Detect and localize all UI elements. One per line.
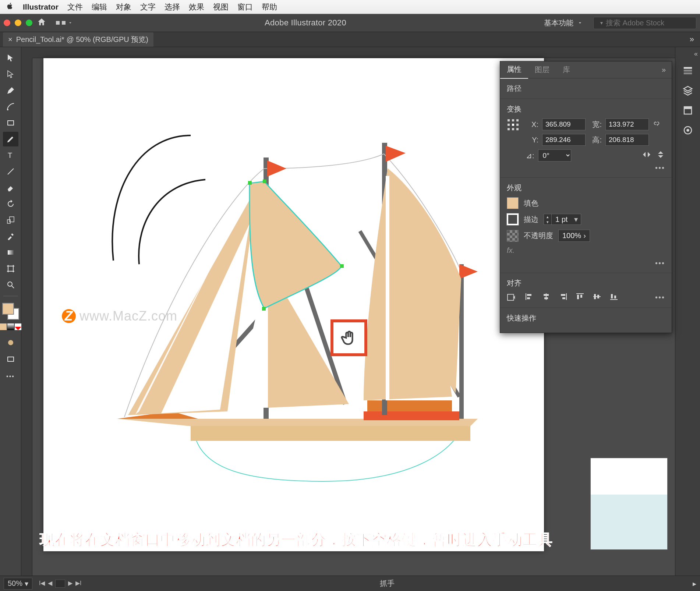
align-to-button[interactable] bbox=[507, 293, 517, 302]
artboard-tool[interactable] bbox=[3, 261, 18, 276]
stroke-label[interactable]: 描边 bbox=[524, 215, 538, 224]
ruler-horizontal[interactable] bbox=[32, 47, 675, 58]
stroke-swatch[interactable] bbox=[507, 213, 519, 225]
layers-panel-icon[interactable] bbox=[682, 85, 693, 98]
last-artboard-button[interactable]: ▶I bbox=[75, 580, 81, 588]
constrain-proportions-button[interactable] bbox=[653, 120, 661, 130]
tab-properties[interactable]: 属性 bbox=[500, 61, 528, 79]
ruler-corner bbox=[21, 47, 32, 58]
color-mode-swatches[interactable] bbox=[0, 323, 21, 330]
stroke-weight-dropdown[interactable]: ▾ bbox=[571, 215, 581, 224]
flip-horizontal-button[interactable] bbox=[642, 151, 651, 160]
scale-tool[interactable] bbox=[3, 213, 18, 227]
apple-icon[interactable] bbox=[6, 2, 14, 12]
stock-search[interactable]: ▾ bbox=[593, 17, 696, 29]
height-input[interactable] bbox=[605, 134, 649, 146]
properties-panel-icon[interactable] bbox=[682, 65, 693, 78]
artboard[interactable]: Zwww.MacZ.com bbox=[43, 58, 544, 551]
svg-rect-7 bbox=[8, 266, 13, 271]
fill-swatch[interactable] bbox=[507, 197, 519, 209]
libraries-panel-icon[interactable] bbox=[682, 105, 693, 117]
direct-selection-tool[interactable] bbox=[3, 67, 18, 82]
opacity-swatch[interactable] bbox=[507, 230, 519, 242]
pen-tool[interactable] bbox=[3, 83, 18, 98]
window-zoom-button[interactable] bbox=[26, 20, 32, 26]
width-input[interactable] bbox=[605, 118, 649, 130]
opacity-label[interactable]: 不透明度 bbox=[524, 231, 553, 241]
align-vcenter-button[interactable] bbox=[592, 293, 602, 302]
pencil-tool[interactable] bbox=[3, 132, 18, 146]
menu-file[interactable]: 文件 bbox=[67, 2, 83, 12]
menu-type[interactable]: 文字 bbox=[140, 2, 156, 12]
menu-view[interactable]: 视图 bbox=[213, 2, 229, 12]
status-dropdown[interactable]: ▸ bbox=[693, 579, 696, 588]
menu-edit[interactable]: 编辑 bbox=[92, 2, 107, 12]
type-tool[interactable]: T bbox=[3, 148, 18, 163]
y-input[interactable] bbox=[542, 134, 586, 146]
selection-tool[interactable] bbox=[3, 51, 18, 66]
prev-artboard-button[interactable]: ◀ bbox=[48, 580, 52, 588]
zoom-level-select[interactable]: 50%▾ bbox=[4, 578, 32, 590]
draw-mode-button[interactable] bbox=[3, 335, 18, 350]
stroke-weight-stepper[interactable]: ▴▾ 1 pt ▾ bbox=[544, 214, 581, 225]
titlebar: Adobe Illustrator 2020 基本功能 ▾ bbox=[0, 14, 700, 32]
document-tab[interactable]: × Pencil_Tool.ai* @ 50% (RGB/GPU 预览) bbox=[3, 32, 153, 47]
svg-point-10 bbox=[8, 340, 13, 345]
fill-stroke-swatch[interactable] bbox=[2, 303, 19, 320]
gradient-tool[interactable] bbox=[3, 245, 18, 260]
angle-select[interactable]: 0° bbox=[538, 149, 571, 162]
tab-layers[interactable]: 图层 bbox=[528, 61, 556, 78]
tabbar-expand-button[interactable]: » bbox=[687, 35, 697, 44]
rectangle-tool[interactable] bbox=[3, 116, 18, 130]
screen-mode-button[interactable] bbox=[3, 352, 18, 367]
window-close-button[interactable] bbox=[4, 20, 10, 26]
curvature-tool[interactable] bbox=[3, 99, 18, 114]
next-artboard-button[interactable]: ▶ bbox=[68, 580, 73, 588]
chevron-down-icon bbox=[577, 20, 583, 26]
fill-label[interactable]: 填色 bbox=[524, 198, 538, 208]
menu-effect[interactable]: 效果 bbox=[189, 2, 204, 12]
workspace-switcher[interactable]: 基本功能 bbox=[538, 18, 589, 28]
align-hcenter-button[interactable] bbox=[541, 293, 551, 302]
align-left-button[interactable] bbox=[524, 293, 534, 302]
stock-search-input[interactable] bbox=[606, 19, 699, 27]
tab-close-icon[interactable]: × bbox=[8, 35, 13, 44]
menu-window[interactable]: 窗口 bbox=[237, 2, 253, 12]
menu-help[interactable]: 帮助 bbox=[262, 2, 277, 12]
zoom-tool[interactable] bbox=[3, 277, 18, 292]
reference-point-widget[interactable] bbox=[507, 118, 519, 133]
align-more-button[interactable]: ••• bbox=[655, 293, 665, 302]
statusbar: 50%▾ I◀ ◀ ▶ ▶I 抓手 ▸ bbox=[0, 576, 700, 591]
properties-panel[interactable]: 属性 图层 库 » 路径 变换 X: 宽: bbox=[500, 61, 672, 333]
dock-collapse-button[interactable]: « bbox=[694, 50, 698, 58]
fx-label[interactable]: fx. bbox=[507, 246, 515, 255]
appearance-more-button[interactable]: ••• bbox=[655, 259, 665, 267]
app-name[interactable]: Illustrator bbox=[23, 3, 59, 11]
navigator-thumbnail[interactable] bbox=[590, 458, 668, 550]
asset-export-panel-icon[interactable] bbox=[682, 125, 693, 137]
home-icon[interactable] bbox=[37, 17, 46, 28]
menu-object[interactable]: 对象 bbox=[116, 2, 131, 12]
x-input[interactable] bbox=[542, 118, 586, 130]
svg-rect-43 bbox=[508, 128, 510, 130]
svg-rect-54 bbox=[561, 294, 565, 296]
align-top-button[interactable] bbox=[575, 293, 585, 302]
artboard-number-field[interactable] bbox=[55, 580, 65, 588]
align-right-button[interactable] bbox=[558, 293, 568, 302]
line-tool[interactable] bbox=[3, 164, 18, 179]
rotate-tool[interactable] bbox=[3, 197, 18, 211]
flip-vertical-button[interactable] bbox=[656, 151, 665, 160]
align-bottom-button[interactable] bbox=[609, 293, 619, 302]
menu-select[interactable]: 选择 bbox=[165, 2, 180, 12]
arrange-documents-button[interactable] bbox=[56, 20, 73, 25]
edit-toolbar-button[interactable]: ••• bbox=[3, 369, 18, 384]
first-artboard-button[interactable]: I◀ bbox=[39, 580, 45, 588]
ruler-vertical[interactable] bbox=[21, 58, 32, 576]
panel-collapse-button[interactable]: » bbox=[657, 66, 672, 74]
window-minimize-button[interactable] bbox=[15, 20, 21, 26]
transform-more-button[interactable]: ••• bbox=[655, 164, 665, 172]
tab-libraries[interactable]: 库 bbox=[556, 61, 577, 78]
eyedropper-tool[interactable] bbox=[3, 229, 18, 244]
eraser-tool[interactable] bbox=[3, 180, 18, 195]
opacity-value-box[interactable]: 100% › bbox=[558, 230, 590, 242]
